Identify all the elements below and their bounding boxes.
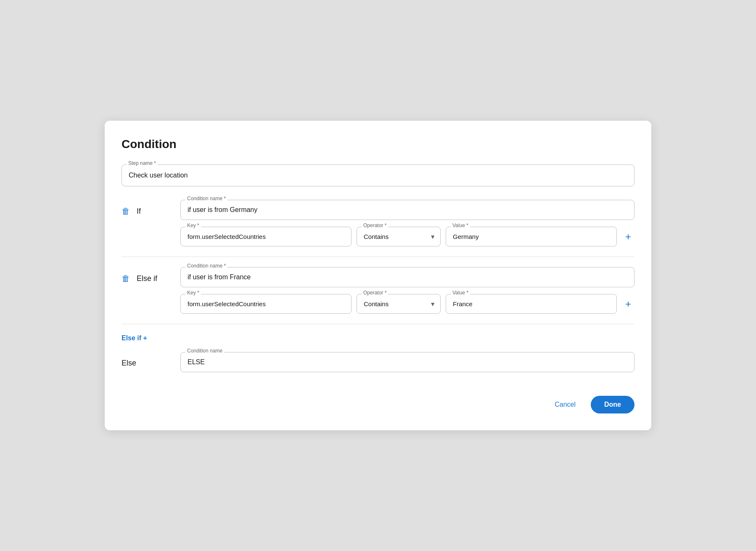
if-delete-icon[interactable]: 🗑 (122, 207, 130, 216)
if-key-label: Key * (185, 223, 201, 228)
if-key-field: Key * (180, 227, 352, 246)
if-value-input[interactable] (446, 227, 617, 246)
else-condition-name-input[interactable] (180, 352, 634, 372)
elseif-key-input[interactable] (180, 294, 352, 314)
if-condition-name-field: Condition name * (180, 200, 634, 220)
modal-footer: Cancel Done (122, 396, 634, 413)
elseif-condition-name-label: Condition name * (185, 263, 227, 269)
elseif-key-label: Key * (185, 290, 201, 296)
else-condition-name-label: Condition name (185, 348, 224, 354)
elseif-condition-block: 🗑 Else if Condition name * Key * Operato… (122, 267, 634, 314)
if-operator-field: Operator * Contains Equals Not equals St… (357, 227, 441, 246)
if-label: If (137, 207, 141, 216)
elseif-operator-select[interactable]: Contains Equals Not equals Starts with E… (357, 294, 441, 314)
if-condition-block: 🗑 If Condition name * Key * Operator * C… (122, 200, 634, 246)
elseif-delete-icon[interactable]: 🗑 (122, 274, 130, 283)
if-value-label: Value * (451, 223, 470, 228)
elseif-condition-name-input[interactable] (180, 267, 634, 287)
step-name-input[interactable] (122, 164, 634, 186)
if-operator-label: Operator * (362, 223, 388, 228)
elseif-operator-label: Operator * (362, 290, 388, 296)
done-button[interactable]: Done (591, 396, 634, 413)
page-title: Condition (122, 138, 634, 151)
else-right: Condition name (180, 352, 634, 379)
elseif-value-label: Value * (451, 290, 470, 296)
if-operator-select[interactable]: Contains Equals Not equals Starts with E… (357, 227, 441, 246)
elseif-operator-field: Operator * Contains Equals Not equals St… (357, 294, 441, 314)
step-name-group: Step name * (122, 164, 634, 186)
else-condition-name-field: Condition name (180, 352, 634, 372)
if-value-field: Value * (446, 227, 617, 246)
elseif-left: 🗑 Else if (122, 267, 172, 283)
if-right: Condition name * Key * Operator * Contai… (180, 200, 634, 246)
step-name-label: Step name * (127, 160, 158, 166)
elseif-condition-name-field: Condition name * (180, 267, 634, 287)
else-left: Else (122, 352, 172, 368)
if-kv-row: Key * Operator * Contains Equals Not equ… (180, 227, 634, 246)
elseif-kv-row: Key * Operator * Contains Equals Not equ… (180, 294, 634, 314)
else-label: Else (122, 352, 136, 367)
condition-modal: Condition Step name * 🗑 If Condition nam… (105, 121, 651, 430)
if-condition-name-label: Condition name * (185, 196, 227, 201)
if-left: 🗑 If (122, 200, 172, 216)
if-condition-name-input[interactable] (180, 200, 634, 220)
divider-1 (122, 257, 634, 257)
if-key-input[interactable] (180, 227, 352, 246)
cancel-button[interactable]: Cancel (546, 396, 584, 413)
elseif-key-field: Key * (180, 294, 352, 314)
elseif-right: Condition name * Key * Operator * Contai… (180, 267, 634, 314)
if-add-button[interactable]: + (622, 232, 634, 242)
elseif-label: Else if (137, 274, 157, 283)
elseif-value-input[interactable] (446, 294, 617, 314)
else-if-add-link[interactable]: Else if + (122, 334, 147, 342)
elseif-add-button[interactable]: + (622, 299, 634, 309)
elseif-value-field: Value * (446, 294, 617, 314)
divider-2 (122, 324, 634, 324)
else-block: Else Condition name (122, 352, 634, 379)
